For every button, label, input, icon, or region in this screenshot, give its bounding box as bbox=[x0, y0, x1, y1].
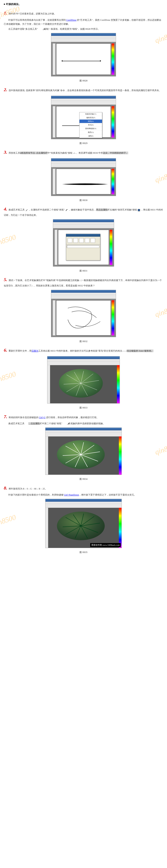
site-prefix: 黑客软件网 bbox=[91, 544, 102, 546]
step-number: 8. bbox=[4, 486, 7, 491]
watermark: qin8500 bbox=[0, 230, 18, 250]
step-number: 6. bbox=[4, 348, 7, 352]
ctrl-pagedown-link[interactable]: Ctrl+PageDown bbox=[64, 494, 79, 496]
ctx-item[interactable]: 顺序(O) bbox=[80, 131, 102, 134]
canvas: 转换到对象(V) 编辑填充(F) 排列(A) 样式(S) 因特网链接(N) 顺序… bbox=[56, 106, 111, 137]
caption-h032: 图 H032 bbox=[4, 339, 163, 344]
highlight: 再点击属性 bbox=[96, 209, 108, 211]
drawn-line bbox=[62, 61, 100, 61]
window-titlebar bbox=[46, 428, 121, 430]
ctx-item[interactable]: 转换到对象(V) bbox=[80, 112, 102, 116]
watermark: qin8500 bbox=[153, 439, 167, 459]
caption-h030: 图 H030 bbox=[4, 198, 163, 203]
brush-icon bbox=[65, 209, 68, 212]
save-dialog[interactable] bbox=[66, 234, 100, 260]
caption-h035: 图 H035 bbox=[4, 550, 163, 555]
screenshot-h034 bbox=[45, 428, 122, 475]
bezier-link[interactable]: 贝塞尔 bbox=[31, 349, 38, 352]
figure-h029: 转换到对象(V) 编辑填充(F) 排列(A) 样式(S) 因特网链接(N) 顺序… bbox=[4, 96, 163, 141]
toolbox bbox=[55, 230, 57, 265]
site-url: www.3389hack.com bbox=[103, 544, 120, 546]
toolbar bbox=[46, 433, 121, 436]
caption-h028: 图 H028 bbox=[4, 79, 163, 83]
ctx-item[interactable]: 编辑填充(F) bbox=[80, 116, 102, 120]
screenshot-h030 bbox=[51, 158, 116, 196]
ctx-item[interactable]: 样式(S) bbox=[80, 123, 102, 127]
polyline-tool-icon bbox=[38, 28, 41, 31]
color-palette bbox=[112, 43, 114, 75]
step-number: 7. bbox=[4, 414, 7, 419]
toolbox bbox=[53, 300, 55, 335]
caption-h033: 图 H033 bbox=[4, 406, 163, 410]
window-titlebar bbox=[47, 356, 120, 359]
figure-h030: qin8500 bbox=[4, 158, 163, 197]
toolbar bbox=[51, 101, 116, 105]
context-menu[interactable]: 转换到对象(V) 编辑填充(F) 排列(A) 样式(S) 因特网链接(N) 顺序… bbox=[79, 112, 102, 138]
node bbox=[62, 60, 63, 61]
canvas bbox=[56, 169, 111, 194]
lotus-leaf bbox=[57, 440, 105, 469]
watermark: qin8500 bbox=[153, 167, 167, 186]
coreldraw-link[interactable]: CorelDraw bbox=[66, 19, 77, 21]
watermark: qin8500 bbox=[0, 510, 18, 530]
figure-h031: qin8500 bbox=[4, 219, 163, 268]
menubar bbox=[51, 36, 116, 38]
menubar bbox=[46, 502, 121, 504]
dialog-icon[interactable] bbox=[79, 238, 84, 243]
dialog-titlebar bbox=[66, 234, 100, 237]
step-8-intro: 将叶脉填充为 R：0；G：66；B：25。 bbox=[8, 487, 47, 490]
save-brush-icon bbox=[138, 209, 140, 212]
caption-h029: 图 H029 bbox=[4, 141, 163, 146]
screenshot-h028 bbox=[51, 33, 116, 76]
step-1-para-2: 在工具箱中选取"多点线工具" ，绘制一条直线，轮廓宽度为"细线"。如图 H028… bbox=[4, 27, 163, 31]
dialog-icon[interactable] bbox=[67, 238, 72, 243]
ctrl-g-link[interactable]: Ctrl+G bbox=[39, 416, 46, 419]
step-6: 6. 重新打开荷叶文件，用贝塞尔工具画出图 H033 中的叶脉来。画叶脉的方法可… bbox=[4, 346, 163, 354]
color-palette bbox=[112, 106, 114, 137]
window-titlebar bbox=[51, 96, 116, 99]
figure-h035: 黑客软件网 www.3389hack.com qin8500 bbox=[4, 499, 163, 550]
dialog-icon[interactable] bbox=[90, 238, 95, 243]
step-5-text: 测试一下效果。在艺术笔触属性栏中"笔触列表"中选择刚刚建立的笔触（一般新建的笔触… bbox=[4, 279, 162, 287]
toolbar bbox=[46, 504, 121, 508]
screenshot-h032 bbox=[51, 290, 116, 337]
brush-icon bbox=[63, 422, 65, 425]
figure-h033: qin8500 bbox=[4, 356, 163, 405]
figure-h034: qin8500 bbox=[4, 428, 163, 476]
step-number: 5. bbox=[4, 277, 7, 282]
menubar bbox=[46, 430, 121, 433]
menubar bbox=[51, 293, 116, 295]
site-watermark[interactable]: 黑客软件网 www.3389hack.com bbox=[90, 543, 121, 547]
menubar bbox=[51, 99, 116, 101]
step-1-intro: 荷叶的"叶"已经基本完成，还要为它加上叶脉。 bbox=[8, 12, 56, 15]
ctx-item[interactable]: 属性(I) bbox=[80, 134, 102, 138]
dialog-icon[interactable] bbox=[85, 238, 89, 243]
step-number: 2. bbox=[4, 87, 7, 92]
section-title-text: 叶脉的画法。 bbox=[6, 2, 21, 6]
step-number: 4. bbox=[4, 207, 7, 212]
toolbar bbox=[53, 224, 114, 228]
highlight: ，点击属性 bbox=[28, 422, 40, 425]
art-pen-icon bbox=[25, 209, 28, 212]
toolbox bbox=[46, 436, 48, 475]
menubar bbox=[51, 161, 116, 163]
ctx-item-selected[interactable]: 排列(A) bbox=[80, 120, 102, 123]
lotus-leaf bbox=[57, 512, 105, 540]
step-3: 3. 用形状工具k框选所有节点. 点击属性栏中"转换直线为曲线"按钮 。将其调节… bbox=[4, 148, 163, 156]
watermark: qin8500 bbox=[0, 368, 18, 388]
step-8-para: 叶脉下的那片荷叶是有着很大个透明层的，利用快捷键 Ctrl+PageDown，将… bbox=[4, 493, 163, 497]
step-7-para: 换成艺术笔工具 ，点击属性栏中第二个按钮"画笔" ，在笔触列表中选择那新创建的笔… bbox=[4, 422, 163, 426]
vein-lines-thick bbox=[57, 440, 105, 469]
dialog-icon[interactable] bbox=[73, 238, 78, 243]
bullet-icon bbox=[4, 4, 5, 5]
canvas bbox=[58, 230, 109, 265]
step-8: 8. 将叶脉填充为 R：0；G：66；B：25。 叶脉下的那片荷叶是有着很大个透… bbox=[4, 484, 163, 497]
step-4: 4. 换成艺术笔工具 ，在属性栏中选择第二个按钮"画笔" ，确保对象处于选中状态… bbox=[4, 205, 163, 217]
screenshot-h031 bbox=[53, 219, 114, 267]
filename-input[interactable] bbox=[67, 245, 100, 248]
color-palette bbox=[119, 436, 121, 475]
ctx-item[interactable]: 因特网链接(N) bbox=[80, 127, 102, 130]
menubar bbox=[53, 222, 114, 224]
color-palette bbox=[117, 365, 120, 403]
step-7: 7. 将画好的叶脉全选后按键盘的 Ctrl+G 进行组组，类似这样零碎的对象，最… bbox=[4, 413, 163, 426]
